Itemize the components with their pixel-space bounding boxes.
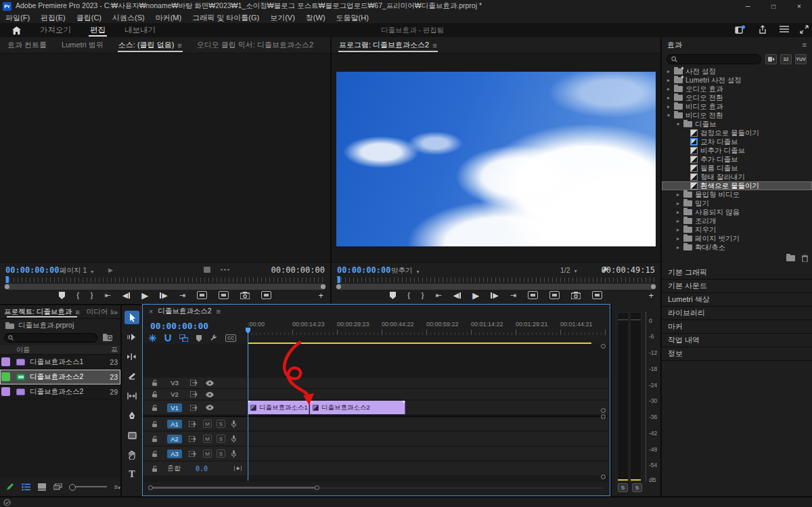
yuv-effects-filter[interactable]: YUV — [795, 54, 807, 64]
tree-item-video-transitions[interactable]: 비디오 전환 — [662, 111, 812, 120]
tree-item-dissolve-folder[interactable]: 디졸브 — [662, 120, 812, 129]
track-a3-header[interactable]: A3 M S — [143, 447, 248, 461]
track-v2-lane[interactable] — [248, 389, 608, 400]
track-a2-header[interactable]: A2 M S — [143, 432, 248, 446]
timeline-vscroll-knob[interactable] — [601, 408, 606, 413]
panel-essential-graphics[interactable]: 기본 그래픽 — [662, 266, 812, 280]
program-current-timecode[interactable]: 00:00:00:00 — [337, 265, 390, 275]
export-frame-icon[interactable] — [571, 292, 581, 299]
share-icon[interactable] — [758, 25, 769, 35]
settings-icon[interactable] — [203, 266, 211, 273]
solo-button[interactable]: S — [217, 435, 225, 443]
timeline-vscroll-knob[interactable] — [601, 475, 606, 479]
lock-icon[interactable] — [152, 391, 158, 397]
panel-libraries[interactable]: 라이브러리 — [662, 307, 812, 320]
tree-item-immersive-video[interactable]: 몰입형 비디오 — [662, 190, 812, 199]
timeline-vscroll-knob[interactable] — [601, 344, 606, 349]
program-resolution-select[interactable]: 1/2 — [560, 266, 577, 274]
export-frame-icon[interactable] — [240, 292, 250, 299]
track-name[interactable]: V3 — [167, 378, 182, 387]
sync-lock-icon[interactable] — [190, 391, 198, 397]
label-color-chip[interactable] — [1, 387, 10, 396]
add-marker-icon[interactable] — [196, 335, 202, 342]
32bit-effects-filter[interactable]: 32 — [780, 54, 792, 64]
lock-icon[interactable] — [152, 451, 158, 457]
column-name[interactable]: 이름 — [0, 345, 30, 355]
go-to-in-button[interactable]: ⇤ — [436, 291, 442, 300]
track-name[interactable]: V1 — [167, 403, 182, 412]
menu-clip[interactable]: 클립(C) — [76, 13, 102, 23]
mute-button[interactable]: M — [203, 449, 212, 458]
track-a1-lane[interactable] — [248, 417, 608, 431]
slip-tool[interactable] — [125, 389, 139, 403]
list-view-icon[interactable] — [22, 483, 30, 491]
tree-item-dip-to-white[interactable]: 흰색으로 물들이기 — [662, 181, 812, 190]
panel-menu-icon[interactable]: ≡ — [177, 41, 181, 49]
tree-item-wipe[interactable]: 지우기 — [662, 225, 812, 234]
track-name[interactable]: V2 — [167, 390, 182, 399]
project-file-name[interactable]: 디졸브효과.prproj — [18, 321, 74, 330]
column-framerate[interactable]: 프 — [111, 345, 120, 355]
go-to-out-button[interactable]: ⇥ — [179, 291, 185, 300]
button-editor-icon[interactable]: + — [318, 290, 323, 301]
track-v2-header[interactable]: V2 — [143, 389, 248, 400]
voiceover-record-mic-icon[interactable] — [231, 420, 236, 428]
project-row-source2-clip[interactable]: 디졸브효과소스2 29 — [0, 384, 120, 399]
timeline-playhead[interactable] — [248, 332, 248, 481]
zoom-handle-left[interactable] — [148, 485, 153, 490]
lock-icon[interactable] — [152, 380, 158, 386]
menu-markers[interactable]: 마커(M) — [156, 13, 182, 23]
sequence-tab-label[interactable]: 디졸브효과소스2 — [158, 307, 211, 316]
panel-essential-sound[interactable]: 기본 사운드 — [662, 280, 812, 293]
tree-item-morph-cut[interactable]: 형태 잘라내기 — [662, 173, 812, 181]
lock-icon[interactable] — [152, 436, 158, 442]
panel-menu-icon[interactable]: ≡ — [432, 41, 436, 49]
sync-lock-icon[interactable] — [189, 451, 196, 457]
label-color-chip[interactable] — [1, 372, 10, 381]
solo-button[interactable]: S — [217, 420, 225, 428]
tab-audio-clip-mixer[interactable]: 오디오 클립 믹서: 디졸브효과소스2 — [189, 37, 321, 53]
step-forward-button[interactable]: ▶ — [491, 291, 498, 300]
solo-button[interactable]: S — [217, 449, 225, 458]
toggle-track-output-eye-icon[interactable] — [206, 392, 214, 397]
source-zoom-select[interactable]: 페이지 1 — [60, 266, 93, 275]
track-master-header[interactable]: 혼합 0.0 — [143, 462, 248, 476]
voiceover-record-mic-icon[interactable] — [231, 450, 236, 458]
tree-item-audio-transitions[interactable]: 오디오 전환 — [662, 93, 812, 102]
lock-icon[interactable] — [152, 405, 158, 411]
track-v1-header[interactable]: V1 — [143, 401, 248, 415]
tab-overflow-icon[interactable]: » — [114, 308, 120, 316]
mark-in-button[interactable]: { — [76, 291, 79, 299]
insert-icon[interactable] — [197, 291, 207, 299]
menu-edit[interactable]: 편집(E) — [41, 13, 66, 23]
tree-item-page-peel[interactable]: 페이지 벗기기 — [662, 234, 812, 243]
close-button[interactable]: × — [786, 0, 812, 12]
panel-menu-icon[interactable]: ≡ — [75, 308, 79, 316]
keyframe-nav-icon[interactable] — [234, 466, 242, 471]
solo-left-button[interactable]: S — [618, 483, 628, 492]
icon-view-icon[interactable] — [38, 483, 46, 491]
source-scrubber[interactable] — [0, 276, 330, 290]
step-back-button[interactable]: ◀ — [453, 291, 461, 300]
track-a2-lane[interactable] — [248, 432, 608, 446]
track-master-lane[interactable] — [248, 462, 608, 476]
linked-selection-icon[interactable] — [179, 334, 188, 342]
toggle-track-output-eye-icon[interactable] — [206, 380, 214, 386]
menu-file[interactable]: 파일(F) — [5, 13, 30, 23]
track-v3-header[interactable]: V3 — [143, 378, 248, 389]
comparison-view-icon[interactable] — [592, 291, 602, 299]
program-fit-select[interactable]: 맞추기 — [391, 266, 420, 275]
timeline-vscroll-knob[interactable] — [601, 414, 606, 419]
tree-item-audio-effects[interactable]: 오디오 효과 — [662, 85, 812, 93]
program-scrubber[interactable] — [332, 276, 660, 290]
tree-item-video-effects[interactable]: 비디오 효과 — [662, 102, 812, 111]
tree-item-obsolete[interactable]: 사용되지 않음 — [662, 208, 812, 217]
menu-sequence[interactable]: 시퀀스(S) — [112, 13, 145, 23]
track-name[interactable]: A3 — [167, 449, 182, 458]
workspace-menu-icon[interactable] — [780, 25, 790, 35]
tab-media-browser[interactable]: 미디어 브라 — [84, 305, 114, 319]
timeline-clip-source2[interactable]: 디졸브효과소스2 — [310, 401, 405, 414]
timeline-current-timecode[interactable]: 00:00:00:00 — [150, 321, 208, 331]
selection-tool[interactable] — [125, 311, 139, 324]
extract-icon[interactable] — [549, 291, 560, 299]
